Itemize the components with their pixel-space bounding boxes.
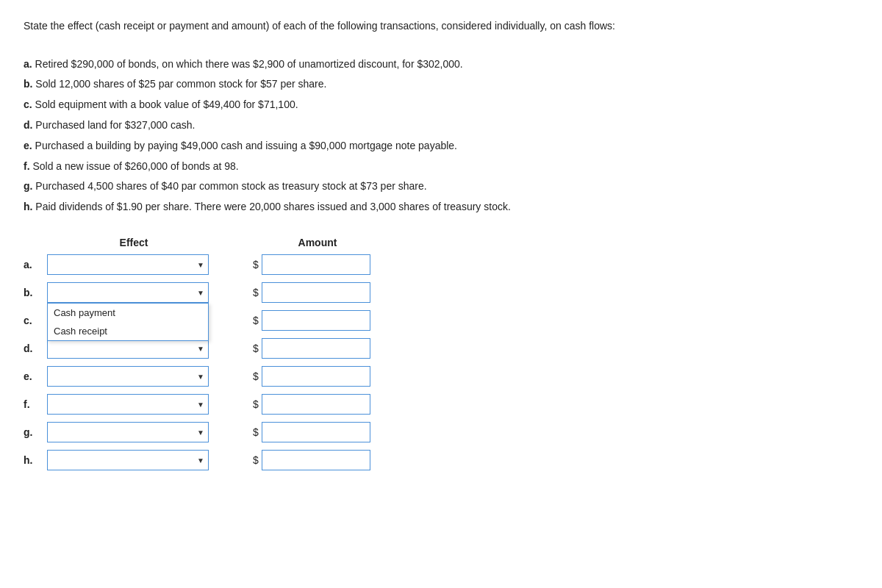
table-section: Effect Amount a. Cash payment Cash recei… bbox=[24, 237, 858, 470]
dollar-sign-h: $ bbox=[253, 454, 259, 466]
row-label-b: b. bbox=[24, 287, 47, 298]
instruction-g: g. Purchased 4,500 shares of $40 par com… bbox=[24, 178, 858, 196]
effect-select-f[interactable]: Cash payment Cash receipt bbox=[47, 394, 209, 415]
instruction-f: f. Sold a new issue of $260,000 of bonds… bbox=[24, 158, 858, 176]
dollar-sign-b: $ bbox=[253, 287, 259, 298]
table-row: g. Cash payment Cash receipt ▼ $ bbox=[24, 422, 858, 442]
row-label-f: f. bbox=[24, 398, 47, 410]
amount-input-h[interactable] bbox=[262, 450, 370, 470]
table-row: a. Cash payment Cash receipt ▼ $ bbox=[24, 254, 858, 275]
dropdown-option-cash-receipt[interactable]: Cash receipt bbox=[48, 322, 208, 340]
effect-select-h[interactable]: Cash payment Cash receipt bbox=[47, 450, 209, 470]
instruction-h: h. Paid dividends of $1.90 per share. Th… bbox=[24, 198, 858, 216]
dropdown-option-cash-payment[interactable]: Cash payment bbox=[48, 304, 208, 322]
effect-select-g[interactable]: Cash payment Cash receipt bbox=[47, 422, 209, 442]
amount-input-g[interactable] bbox=[262, 422, 370, 442]
dollar-sign-e: $ bbox=[253, 370, 259, 382]
table-row: e. Cash payment Cash receipt ▼ $ bbox=[24, 366, 858, 387]
instruction-a: a. Retired $290,000 of bonds, on which t… bbox=[24, 56, 858, 74]
amount-input-b[interactable] bbox=[262, 282, 370, 303]
effect-select-a[interactable]: Cash payment Cash receipt bbox=[47, 254, 209, 275]
effect-dropdown-b[interactable]: Cash payment Cash receipt ▼ Cash payment… bbox=[47, 282, 209, 303]
instruction-d: d. Purchased land for $327,000 cash. bbox=[24, 117, 858, 135]
amount-column-header: Amount bbox=[259, 237, 376, 248]
table-header: Effect Amount bbox=[53, 237, 858, 248]
table-row: f. Cash payment Cash receipt ▼ $ bbox=[24, 394, 858, 415]
table-row: b. Cash payment Cash receipt ▼ Cash paym… bbox=[24, 282, 858, 303]
effect-select-e[interactable]: Cash payment Cash receipt bbox=[47, 366, 209, 387]
instructions-section: State the effect (cash receipt or paymen… bbox=[24, 18, 858, 216]
effect-select-d[interactable]: Cash payment Cash receipt bbox=[47, 338, 209, 359]
dollar-sign-c: $ bbox=[253, 315, 259, 326]
effect-dropdown-h[interactable]: Cash payment Cash receipt ▼ bbox=[47, 450, 209, 470]
effect-select-b[interactable]: Cash payment Cash receipt bbox=[47, 282, 209, 303]
row-label-a: a. bbox=[24, 259, 47, 270]
row-label-g: g. bbox=[24, 426, 47, 438]
row-label-h: h. bbox=[24, 454, 47, 466]
row-label-d: d. bbox=[24, 343, 47, 354]
row-label-c: c. bbox=[24, 315, 47, 326]
dollar-sign-a: $ bbox=[253, 259, 259, 270]
instruction-e: e. Purchased a building by paying $49,00… bbox=[24, 137, 858, 155]
row-label-e: e. bbox=[24, 370, 47, 382]
amount-input-d[interactable] bbox=[262, 338, 370, 359]
amount-input-e[interactable] bbox=[262, 366, 370, 387]
instruction-c: c. Sold equipment with a book value of $… bbox=[24, 96, 858, 114]
instruction-b: b. Sold 12,000 shares of $25 par common … bbox=[24, 76, 858, 93]
amount-input-f[interactable] bbox=[262, 394, 370, 415]
amount-input-a[interactable] bbox=[262, 254, 370, 275]
dollar-sign-f: $ bbox=[253, 398, 259, 410]
effect-column-header: Effect bbox=[53, 237, 215, 248]
amount-input-c[interactable] bbox=[262, 310, 370, 331]
effect-dropdown-g[interactable]: Cash payment Cash receipt ▼ bbox=[47, 422, 209, 442]
dropdown-popup-b[interactable]: Cash payment Cash receipt bbox=[47, 303, 209, 341]
effect-dropdown-a[interactable]: Cash payment Cash receipt ▼ bbox=[47, 254, 209, 275]
dollar-sign-d: $ bbox=[253, 343, 259, 354]
table-row: d. Cash payment Cash receipt ▼ $ bbox=[24, 338, 858, 359]
effect-dropdown-f[interactable]: Cash payment Cash receipt ▼ bbox=[47, 394, 209, 415]
effect-dropdown-d[interactable]: Cash payment Cash receipt ▼ bbox=[47, 338, 209, 359]
effect-dropdown-e[interactable]: Cash payment Cash receipt ▼ bbox=[47, 366, 209, 387]
instructions-header: State the effect (cash receipt or paymen… bbox=[24, 18, 858, 35]
dollar-sign-g: $ bbox=[253, 426, 259, 438]
table-row: h. Cash payment Cash receipt ▼ $ bbox=[24, 450, 858, 470]
